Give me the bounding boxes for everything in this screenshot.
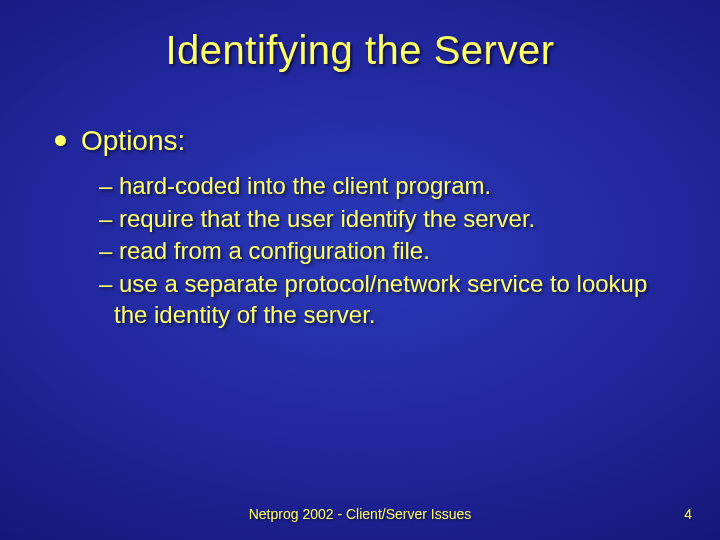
sub-item: – require that the user identify the ser…	[99, 204, 680, 235]
bullet-label: Options:	[81, 125, 185, 156]
page-number: 4	[684, 506, 692, 522]
sub-item: – hard-coded into the client program.	[99, 171, 680, 202]
bullet-main: Options:	[55, 125, 680, 157]
bullet-icon	[55, 135, 66, 146]
sub-list: – hard-coded into the client program. – …	[99, 171, 680, 331]
sub-item: – read from a configuration file.	[99, 236, 680, 267]
footer-text: Netprog 2002 - Client/Server Issues	[0, 506, 720, 522]
slide-content: Options: – hard-coded into the client pr…	[55, 125, 680, 333]
slide-title: Identifying the Server	[0, 28, 720, 73]
sub-item: – use a separate protocol/network servic…	[99, 269, 680, 330]
